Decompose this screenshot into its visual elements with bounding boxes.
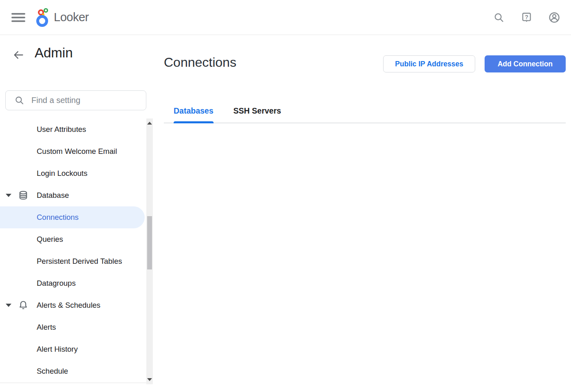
topbar-actions: ? bbox=[493, 11, 560, 24]
sidebar-title: Admin bbox=[35, 45, 73, 61]
sidebar-item-connections[interactable]: Connections bbox=[0, 206, 145, 228]
sidebar-item-custom-welcome-email[interactable]: Custom Welcome Email bbox=[0, 140, 153, 162]
bell-icon bbox=[18, 300, 29, 311]
settings-search-box[interactable] bbox=[5, 90, 146, 110]
account-button[interactable] bbox=[548, 11, 560, 24]
tab-databases[interactable]: Databases bbox=[174, 99, 214, 123]
back-arrow-icon bbox=[13, 49, 24, 61]
sidebar-item-schedule[interactable]: Schedule bbox=[0, 360, 153, 382]
public-ip-addresses-button[interactable]: Public IP Addresses bbox=[383, 55, 475, 72]
svg-text:?: ? bbox=[525, 13, 529, 20]
sidebar-item-alerts[interactable]: Alerts bbox=[0, 316, 153, 338]
back-button[interactable] bbox=[13, 49, 24, 61]
sidebar-item-datagroups[interactable]: Datagroups bbox=[0, 272, 153, 294]
sidebar-item-persistent-derived-tables[interactable]: Persistent Derived Tables bbox=[0, 250, 153, 272]
menu-icon bbox=[11, 13, 25, 15]
search-icon bbox=[14, 95, 24, 105]
add-connection-button[interactable]: Add Connection bbox=[485, 55, 566, 72]
main-content: Connections Public IP Addresses Add Conn… bbox=[153, 35, 571, 392]
collapse-caret-icon[interactable] bbox=[6, 304, 11, 307]
sidebar-item-queries[interactable]: Queries bbox=[0, 228, 153, 250]
search-button[interactable] bbox=[493, 11, 505, 24]
sidebar-item-user-attributes[interactable]: User Attributes bbox=[0, 118, 153, 140]
admin-sidebar: Admin User Attributes Custom Welcome Ema… bbox=[0, 35, 153, 392]
looker-brand[interactable]: Looker bbox=[36, 8, 89, 27]
sidebar-section-database[interactable]: Database bbox=[0, 184, 153, 206]
top-app-bar: Looker ? bbox=[0, 0, 571, 35]
scroll-up-arrow-icon[interactable] bbox=[147, 122, 152, 125]
help-button[interactable]: ? bbox=[520, 11, 533, 24]
sidebar-item-login-lockouts[interactable]: Login Lockouts bbox=[0, 162, 153, 184]
collapse-caret-icon[interactable] bbox=[6, 194, 11, 197]
sidebar-scrollbar[interactable] bbox=[146, 118, 153, 384]
hamburger-menu-button[interactable] bbox=[11, 13, 25, 22]
database-icon bbox=[18, 190, 29, 201]
help-icon: ? bbox=[521, 12, 532, 23]
sidebar-section-alerts-schedules[interactable]: Alerts & Schedules bbox=[0, 294, 153, 316]
scrollbar-thumb[interactable] bbox=[147, 216, 152, 269]
scroll-down-arrow-icon[interactable] bbox=[147, 378, 152, 381]
settings-search-input[interactable] bbox=[31, 96, 146, 105]
settings-nav-list: User Attributes Custom Welcome Email Log… bbox=[0, 118, 153, 383]
admin-header: Admin bbox=[0, 35, 153, 64]
sidebar-item-alert-history[interactable]: Alert History bbox=[0, 338, 153, 360]
brand-name: Looker bbox=[54, 11, 89, 24]
looker-logo-icon bbox=[36, 8, 50, 27]
page-title: Connections bbox=[164, 55, 236, 70]
search-icon bbox=[493, 12, 505, 23]
account-icon bbox=[548, 11, 560, 24]
tab-ssh-servers[interactable]: SSH Servers bbox=[234, 99, 281, 123]
databases-tab-panel bbox=[164, 124, 566, 385]
page-actions: Public IP Addresses Add Connection bbox=[383, 55, 566, 72]
connections-tabs: Databases SSH Servers bbox=[164, 99, 566, 123]
